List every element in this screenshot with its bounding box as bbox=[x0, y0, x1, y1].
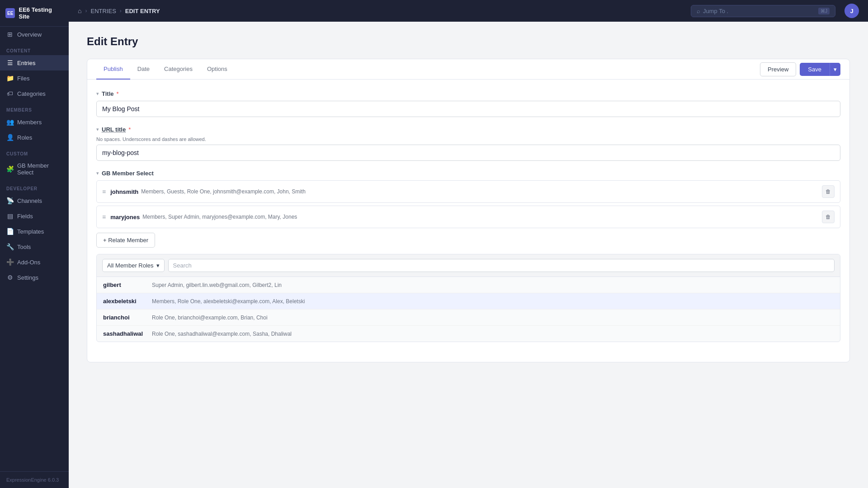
fields-icon: ▤ bbox=[6, 212, 14, 220]
sidebar-item-templates[interactable]: 📄 Templates bbox=[0, 224, 69, 239]
user-avatar[interactable]: J bbox=[844, 4, 859, 18]
sidebar-item-label: Tools bbox=[17, 244, 31, 250]
sidebar-item-label: Members bbox=[17, 119, 42, 126]
url-title-field-section: ▾ URL title * No spaces. Underscores and… bbox=[96, 126, 840, 161]
gb-member-label-row[interactable]: ▾ GB Member Select bbox=[96, 170, 840, 177]
selected-members-list: ≡ johnsmith Members, Guests, Role One, j… bbox=[96, 180, 840, 228]
sidebar-item-entries[interactable]: ☰ Entries bbox=[0, 55, 69, 70]
channels-icon: 📡 bbox=[6, 197, 14, 204]
member-search-input[interactable] bbox=[173, 262, 830, 269]
sidebar-item-members[interactable]: 👥 Members bbox=[0, 114, 69, 130]
tab-categories[interactable]: Categories bbox=[157, 59, 200, 80]
relate-member-button[interactable]: + Relate Member bbox=[96, 233, 155, 248]
main-area: ⌂ › ENTRIES › EDIT ENTRY ⌕ Jump To . ⌘J … bbox=[69, 0, 868, 488]
url-title-label-row[interactable]: ▾ URL title * bbox=[96, 126, 840, 133]
sidebar-item-fields[interactable]: ▤ Fields bbox=[0, 208, 69, 224]
member-row: ≡ johnsmith Members, Guests, Role One, j… bbox=[96, 180, 840, 203]
list-item[interactable]: gilbert Super Admin, gilbert.lin.web@gma… bbox=[97, 277, 840, 293]
form-content: ▾ Title * ▾ URL title * No spaces. Under… bbox=[87, 80, 849, 362]
tabs-header: Publish Date Categories Options Preview … bbox=[87, 59, 849, 80]
breadcrumb-edit-entry: EDIT ENTRY bbox=[125, 8, 160, 14]
sidebar-item-addons[interactable]: ➕ Add-Ons bbox=[0, 254, 69, 270]
list-item-details: Super Admin, gilbert.lin.web@gmail.com, … bbox=[152, 282, 282, 288]
gb-member-select-section: ▾ GB Member Select ≡ johnsmith Members, … bbox=[96, 170, 840, 342]
title-required-marker: * bbox=[117, 90, 119, 97]
list-item[interactable]: sashadhaliwal Role One, sashadhaliwal@ex… bbox=[97, 326, 840, 342]
sidebar-item-label: Entries bbox=[17, 60, 35, 66]
member-username: johnsmith bbox=[110, 188, 138, 195]
url-title-required-marker: * bbox=[128, 126, 131, 133]
templates-icon: 📄 bbox=[6, 228, 14, 235]
sidebar-item-overview[interactable]: ⊞ Overview bbox=[0, 27, 69, 42]
title-field-label: Title bbox=[102, 90, 114, 97]
sidebar-item-roles[interactable]: 👤 Roles bbox=[0, 130, 69, 145]
title-toggle-icon: ▾ bbox=[96, 91, 99, 97]
list-item-username: brianchoi bbox=[103, 314, 148, 321]
sidebar-item-label: Roles bbox=[17, 134, 32, 141]
sidebar-item-categories[interactable]: 🏷 Categories bbox=[0, 86, 69, 101]
member-delete-button[interactable]: 🗑 bbox=[822, 211, 835, 223]
settings-icon: ⚙ bbox=[6, 274, 14, 281]
member-details: Members, Guests, Role One, johnsmith@exa… bbox=[141, 188, 822, 195]
sidebar-item-label: Categories bbox=[17, 90, 46, 97]
list-item-details: Members, Role One, alexbeletski@example.… bbox=[152, 298, 305, 305]
search-icon: ⌕ bbox=[697, 8, 700, 14]
brand: EE EE6 Testing Site bbox=[0, 0, 69, 27]
preview-button[interactable]: Preview bbox=[760, 62, 796, 76]
jump-shortcut: ⌘J bbox=[818, 8, 830, 14]
url-title-input[interactable] bbox=[96, 145, 840, 161]
tab-options[interactable]: Options bbox=[200, 59, 235, 80]
list-item[interactable]: brianchoi Role One, brianchoi@example.co… bbox=[97, 310, 840, 326]
title-input[interactable] bbox=[96, 101, 840, 117]
entries-icon: ☰ bbox=[6, 59, 14, 66]
list-item-details: Role One, brianchoi@example.com, Brian, … bbox=[152, 314, 268, 321]
tabs-actions: Preview Save ▾ bbox=[760, 62, 840, 76]
files-icon: 📁 bbox=[6, 75, 14, 82]
member-delete-button[interactable]: 🗑 bbox=[822, 185, 835, 198]
sidebar-item-label: GB Member Select bbox=[17, 162, 62, 176]
brand-name: EE6 Testing Site bbox=[19, 6, 63, 20]
gb-member-field-label: GB Member Select bbox=[102, 170, 154, 177]
member-filter-area: All Member Roles ▾ gilbert Super A bbox=[96, 254, 840, 342]
section-developer: DEVELOPER bbox=[0, 180, 69, 193]
roles-dropdown-label: All Member Roles bbox=[107, 262, 154, 269]
list-item-details: Role One, sashadhaliwal@example.com, Sas… bbox=[152, 331, 292, 337]
chevron-down-icon: ▾ bbox=[156, 262, 160, 269]
roles-icon: 👤 bbox=[6, 134, 14, 141]
roles-dropdown[interactable]: All Member Roles ▾ bbox=[102, 259, 165, 272]
members-icon: 👥 bbox=[6, 118, 14, 126]
sidebar-item-label: Templates bbox=[17, 228, 44, 235]
section-custom: CUSTOM bbox=[0, 145, 69, 158]
addons-icon: ➕ bbox=[6, 258, 14, 266]
sidebar-item-settings[interactable]: ⚙ Settings bbox=[0, 270, 69, 285]
section-members: MEMBERS bbox=[0, 101, 69, 114]
list-item[interactable]: alexbeletski Members, Role One, alexbele… bbox=[97, 293, 840, 310]
sidebar-item-gb-member-select[interactable]: 🧩 GB Member Select bbox=[0, 158, 69, 180]
save-button-group: Save ▾ bbox=[800, 63, 840, 76]
sidebar-item-label: Fields bbox=[17, 213, 33, 220]
section-content: CONTENT bbox=[0, 42, 69, 55]
sidebar-item-files[interactable]: 📁 Files bbox=[0, 70, 69, 86]
breadcrumb-sep-1: › bbox=[85, 8, 87, 14]
jump-to-box[interactable]: ⌕ Jump To . ⌘J bbox=[691, 5, 835, 17]
drag-handle-icon[interactable]: ≡ bbox=[102, 213, 106, 221]
gb-member-toggle-icon: ▾ bbox=[96, 170, 99, 176]
breadcrumb-entries[interactable]: ENTRIES bbox=[90, 8, 116, 14]
sidebar-item-tools[interactable]: 🔧 Tools bbox=[0, 239, 69, 254]
tab-publish[interactable]: Publish bbox=[96, 59, 130, 80]
member-row: ≡ maryjones Members, Super Admin, maryjo… bbox=[96, 206, 840, 228]
home-icon[interactable]: ⌂ bbox=[78, 7, 81, 14]
breadcrumb-sep-2: › bbox=[120, 8, 122, 14]
content-area: Edit Entry Publish Date Categories Optio… bbox=[69, 22, 868, 488]
save-dropdown-button[interactable]: ▾ bbox=[830, 63, 840, 76]
sidebar-item-label: Add-Ons bbox=[17, 259, 40, 266]
title-label-row[interactable]: ▾ Title * bbox=[96, 90, 840, 97]
sidebar-item-channels[interactable]: 📡 Channels bbox=[0, 193, 69, 208]
url-title-field-label: URL title bbox=[102, 126, 126, 133]
drag-handle-icon[interactable]: ≡ bbox=[102, 188, 106, 195]
sidebar: EE EE6 Testing Site ⊞ Overview CONTENT ☰… bbox=[0, 0, 69, 488]
save-button[interactable]: Save bbox=[800, 63, 830, 76]
tools-icon: 🔧 bbox=[6, 243, 14, 250]
tab-date[interactable]: Date bbox=[130, 59, 157, 80]
sidebar-item-label: Files bbox=[17, 75, 29, 82]
